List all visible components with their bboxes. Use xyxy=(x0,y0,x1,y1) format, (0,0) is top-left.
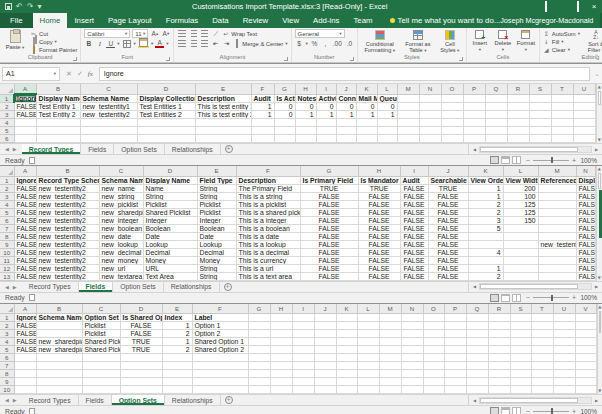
grid-cell[interactable] xyxy=(36,135,80,143)
grid-cell[interactable] xyxy=(357,322,379,330)
sheet-tab-relationships[interactable]: Relationships xyxy=(164,282,220,292)
sheet-tab-record-types[interactable]: Record Types xyxy=(22,395,79,405)
column-header[interactable]: M xyxy=(379,304,401,314)
grid-cell[interactable]: FALSE xyxy=(400,192,428,200)
grid-cell[interactable] xyxy=(419,111,441,119)
row-number[interactable]: 1 xyxy=(0,176,14,184)
column-header[interactable]: R xyxy=(488,304,510,314)
grid-cell[interactable] xyxy=(292,338,314,346)
grid-cell[interactable]: FALSE xyxy=(14,192,36,200)
grid-cell[interactable] xyxy=(379,378,401,386)
grid-cell[interactable]: FALSE xyxy=(428,192,468,200)
grid-cell[interactable] xyxy=(488,370,510,378)
grid-cell[interactable] xyxy=(336,362,357,370)
row-number[interactable]: 8 xyxy=(0,232,14,240)
ribbon-tab-review[interactable]: Review xyxy=(236,13,276,28)
grid-cell[interactable] xyxy=(379,330,401,338)
row-number[interactable]: 4 xyxy=(0,338,14,346)
ribbon-tab-file[interactable]: File xyxy=(0,13,33,28)
grid-cell[interactable] xyxy=(553,322,575,330)
zoom-slider[interactable] xyxy=(533,297,569,298)
grid-cell[interactable] xyxy=(397,103,419,111)
grid-cell[interactable] xyxy=(553,386,575,394)
grid-cell[interactable] xyxy=(336,314,357,322)
column-header[interactable]: D xyxy=(143,166,197,176)
grid-cell[interactable]: 2 xyxy=(468,208,503,216)
ribbon-tab-team[interactable]: Team xyxy=(346,13,379,28)
row-number[interactable]: 4 xyxy=(0,119,14,127)
scroll-right-icon[interactable]: ▶ xyxy=(592,398,601,403)
grid-cell[interactable] xyxy=(551,103,573,111)
grid-cell[interactable]: 150 xyxy=(503,216,538,224)
grid-cell[interactable] xyxy=(120,386,162,394)
grid-cell[interactable]: This is a integer xyxy=(236,216,300,224)
row-number[interactable]: 10 xyxy=(0,386,14,394)
grid-cell[interactable] xyxy=(36,322,82,330)
grid-cell[interactable] xyxy=(507,127,529,135)
grid-cell[interactable]: FALSE xyxy=(576,256,595,264)
grid-cell[interactable]: View Width xyxy=(503,176,538,184)
grid-cell[interactable]: Option 1 xyxy=(192,322,248,330)
grid-cell[interactable]: new_testentity2 xyxy=(36,216,99,224)
grid-cell[interactable] xyxy=(379,338,401,346)
grid-cell[interactable] xyxy=(401,314,423,322)
grid-cell[interactable]: FALSE xyxy=(576,248,595,256)
grid-cell[interactable] xyxy=(419,119,441,127)
zoom-in-icon[interactable]: + xyxy=(572,408,576,414)
ribbon-tab-home[interactable]: Home xyxy=(33,13,68,28)
grid-cell[interactable]: FALSE xyxy=(576,200,595,208)
grid-cell[interactable] xyxy=(551,119,573,127)
grid-cell[interactable]: new_decimal xyxy=(99,248,143,256)
column-header[interactable]: I xyxy=(316,84,336,94)
fill-button[interactable]: ↓Fill ▾ xyxy=(543,38,580,45)
column-header[interactable]: K xyxy=(468,166,503,176)
grid-cell[interactable] xyxy=(251,119,274,127)
user-name[interactable]: Joseph Mcgregor-Macdonald xyxy=(500,16,593,25)
grid-cell[interactable]: FALSE xyxy=(14,240,36,248)
grid-cell[interactable] xyxy=(14,127,36,135)
grid-cell[interactable]: TRUE xyxy=(428,184,468,192)
grid-cell[interactable]: FALSE xyxy=(358,208,400,216)
grid-cell[interactable]: FALSE xyxy=(358,248,400,256)
grid-cell[interactable]: 1 xyxy=(468,264,503,272)
grid-cell[interactable]: FALSE xyxy=(576,208,595,216)
grid-cell[interactable] xyxy=(466,338,488,346)
grid-cell[interactable] xyxy=(357,378,379,386)
grid-cell[interactable]: 0 xyxy=(316,103,336,111)
grid-cell[interactable] xyxy=(401,330,423,338)
grid-cell[interactable] xyxy=(314,338,336,346)
grid-cell[interactable]: new_string xyxy=(99,192,143,200)
vertical-scroll-thumb[interactable] xyxy=(599,311,602,333)
grid-cell[interactable] xyxy=(444,354,466,362)
grid-cell[interactable]: FALSE xyxy=(14,264,36,272)
vertical-scrollbar[interactable]: ▲▼ xyxy=(597,304,602,395)
grid-cell[interactable] xyxy=(270,322,292,330)
font-dialog-launcher[interactable] xyxy=(166,57,170,61)
grid-cell[interactable]: Ignore xyxy=(14,176,36,184)
grid-cell[interactable]: Notes xyxy=(295,94,316,103)
cancel-icon[interactable]: ✕ xyxy=(66,70,72,78)
grid-cell[interactable]: FALSE xyxy=(358,256,400,264)
column-header[interactable]: P xyxy=(463,84,485,94)
grid-cell[interactable]: Audit xyxy=(400,176,428,184)
column-header[interactable]: M xyxy=(397,84,419,94)
grid-cell[interactable] xyxy=(423,322,444,330)
grid-cell[interactable] xyxy=(162,370,192,378)
grid-cell[interactable]: 2 xyxy=(468,200,503,208)
grid-cell[interactable] xyxy=(274,135,295,143)
grid-cell[interactable] xyxy=(503,240,538,248)
grid-cell[interactable]: FALSE xyxy=(300,264,358,272)
grid-cell[interactable] xyxy=(551,127,573,135)
grid-cell[interactable] xyxy=(195,135,251,143)
column-header[interactable]: A xyxy=(14,84,36,94)
grid-cell[interactable] xyxy=(162,354,192,362)
grid-cell[interactable]: Ignore xyxy=(14,94,36,103)
grid-cell[interactable]: FALSE xyxy=(400,264,428,272)
new-sheet-button[interactable]: + xyxy=(225,145,233,153)
ribbon-tab-page-layout[interactable]: Page Layout xyxy=(101,13,159,28)
grid-cell[interactable]: 2 xyxy=(162,346,192,354)
font-name-select[interactable]: Calibri▾ xyxy=(84,29,130,38)
grid-cell[interactable] xyxy=(336,338,357,346)
format-cells-button[interactable]: Format▾ xyxy=(516,29,536,52)
grid-cell[interactable]: FALSE xyxy=(428,272,468,280)
